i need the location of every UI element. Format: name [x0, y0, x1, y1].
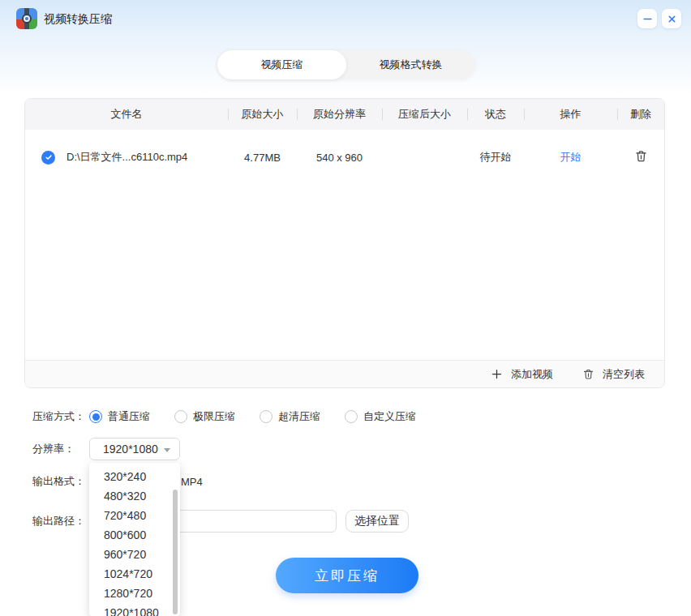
start-action-link[interactable]: 开始 [560, 151, 582, 163]
dropdown-option[interactable]: 1280*720 [89, 584, 180, 603]
radio-selected-icon[interactable] [89, 410, 102, 423]
col-header-original-size: 原始大小 [228, 107, 297, 122]
dropdown-option[interactable]: 320*240 [89, 467, 180, 486]
resolution-label: 分辨率： [32, 442, 89, 456]
format-label: MP4 [181, 476, 203, 488]
radio-custom-compress[interactable]: 自定义压缩 [345, 409, 416, 424]
radio-hd-compress[interactable]: 超清压缩 [260, 409, 320, 424]
resolution-row: 分辨率： [32, 438, 89, 460]
output-format-row: 输出格式： MP4 [32, 470, 89, 493]
table-footer: 添加视频 清空列表 [25, 360, 664, 387]
filename-text: D:\日常文件...c6110c.mp4 [67, 150, 187, 165]
col-header-action: 操作 [524, 107, 617, 122]
radio-normal-compress[interactable]: 普通压缩 [89, 409, 150, 424]
dropdown-option[interactable]: 1920*1080 [89, 603, 180, 616]
trash-icon [582, 368, 594, 380]
dropdown-option[interactable]: 800*600 [89, 525, 180, 545]
compress-mode-label: 压缩方式： [32, 409, 89, 424]
check-icon [45, 153, 53, 161]
col-header-compressed-size: 压缩后大小 [382, 107, 467, 122]
table-row: D:\日常文件...c6110c.mp4 4.77MB 540 x 960 待开… [25, 138, 664, 177]
cell-status: 待开始 [467, 150, 524, 165]
tab-video-compress[interactable]: 视频压缩 [217, 50, 346, 79]
output-path-label: 输出路径： [32, 514, 89, 528]
col-header-original-resolution: 原始分辨率 [297, 107, 382, 122]
dropdown-option[interactable]: 1024*720 [89, 564, 180, 584]
cell-original-size: 4.77MB [228, 152, 297, 164]
resolution-selected-value: 1920*1080 [103, 443, 158, 456]
plus-icon [491, 368, 503, 380]
resolution-select[interactable]: 1920*1080 [89, 438, 180, 460]
compress-now-button[interactable]: 立即压缩 [276, 558, 418, 593]
choose-location-button[interactable]: 选择位置 [346, 510, 409, 533]
dropdown-option[interactable]: 960*720 [89, 545, 180, 564]
dropdown-scrollbar-thumb[interactable] [173, 490, 178, 614]
row-delete-button[interactable] [634, 149, 648, 163]
radio-label: 超清压缩 [278, 409, 320, 424]
file-table: 文件名 原始大小 原始分辨率 压缩后大小 状态 操作 删除 D:\日常文件...… [24, 98, 665, 388]
compress-mode-row: 压缩方式： 普通压缩 极限压缩 超清压缩 自定义压缩 [32, 405, 416, 428]
radio-extreme-compress[interactable]: 极限压缩 [174, 409, 235, 424]
app-logo-lens [22, 14, 32, 24]
radio-unselected-icon[interactable] [345, 410, 358, 423]
mode-tabs: 视频压缩 视频格式转换 [217, 50, 475, 79]
row-checkbox[interactable] [41, 151, 55, 165]
dropdown-option[interactable]: 480*320 [89, 486, 180, 506]
radio-label: 自定义压缩 [363, 409, 416, 424]
close-button[interactable] [662, 9, 681, 28]
radio-unselected-icon[interactable] [260, 410, 273, 423]
close-icon [667, 14, 677, 24]
col-header-status: 状态 [467, 107, 524, 122]
dropdown-option[interactable]: 720*480 [89, 506, 180, 525]
output-format-label: 输出格式： [32, 474, 89, 489]
add-video-label: 添加视频 [511, 367, 553, 382]
col-header-filename: 文件名 [25, 107, 228, 122]
radio-unselected-icon[interactable] [174, 410, 187, 423]
titlebar: 视频转换压缩 [0, 0, 691, 37]
cell-original-resolution: 540 x 960 [297, 152, 382, 164]
app-logo-icon [16, 8, 37, 29]
trash-icon [634, 149, 648, 163]
tab-video-format-convert[interactable]: 视频格式转换 [346, 50, 475, 79]
clear-list-label: 清空列表 [603, 367, 645, 382]
table-header-row: 文件名 原始大小 原始分辨率 压缩后大小 状态 操作 删除 [25, 99, 664, 130]
chevron-down-icon [164, 448, 170, 452]
minimize-icon [642, 14, 653, 24]
output-path-row: 输出路径： [32, 510, 89, 533]
window-title: 视频转换压缩 [44, 0, 112, 37]
add-video-button[interactable]: 添加视频 [491, 367, 553, 382]
radio-label: 普通压缩 [108, 409, 150, 424]
compress-mode-radios: 普通压缩 极限压缩 超清压缩 自定义压缩 [89, 409, 416, 424]
clear-list-button[interactable]: 清空列表 [582, 367, 645, 382]
radio-label: 极限压缩 [193, 409, 235, 424]
minimize-button[interactable] [637, 9, 657, 28]
resolution-dropdown-menu: 320*240 480*320 720*480 800*600 960*720 … [89, 463, 180, 616]
cell-filename: D:\日常文件...c6110c.mp4 [25, 150, 228, 165]
col-header-delete: 删除 [617, 107, 664, 122]
